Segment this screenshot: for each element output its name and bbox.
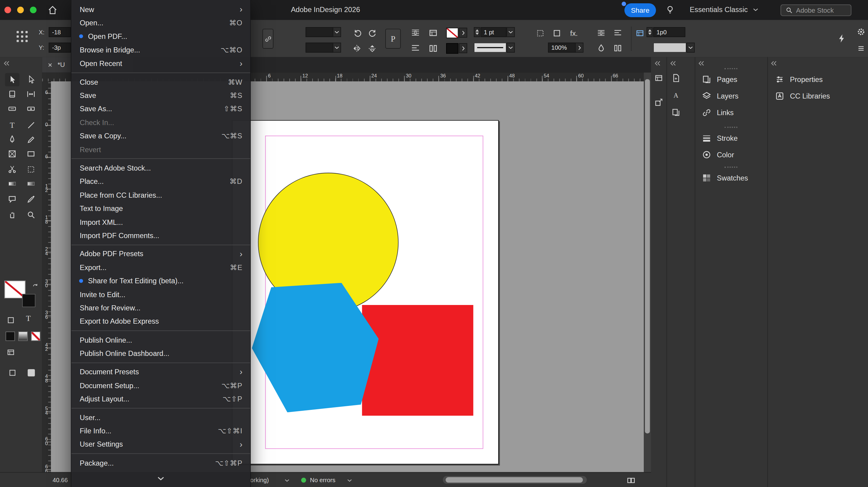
learn-bulb-icon[interactable] [665,5,675,14]
apply-color-button[interactable] [5,332,15,341]
page-tool[interactable] [5,87,20,101]
zoom-level[interactable]: 40.66 [53,477,68,483]
formatting-affects-text-icon[interactable]: T [26,314,31,323]
menu-item-export[interactable]: Export...⌘E [71,261,250,274]
x-position-field[interactable]: -18 [49,27,71,37]
columns-icon[interactable] [613,44,622,53]
scale-x-dropdown[interactable] [333,27,341,37]
menu-item-file-info[interactable]: File Info...⌥⇧⌘I [71,424,250,438]
content-placer-tool[interactable] [24,102,38,115]
preflight-dropdown-icon[interactable] [347,479,352,482]
screen-mode-preview-button[interactable] [24,366,38,379]
menu-item-publish-online-dashboard[interactable]: Publish Online Dashboard... [71,346,250,360]
menu-item-publish-online[interactable]: Publish Online... [71,333,250,347]
menu-item-user[interactable]: User... [71,411,250,424]
formatting-affects-container-icon[interactable] [7,316,15,325]
panel-item-swatches[interactable]: Swatches [702,170,765,185]
window-close-button[interactable] [4,7,11,13]
apply-gradient-button[interactable] [19,332,28,341]
collapse-dock-icon[interactable] [654,61,660,66]
rectangle-frame-tool[interactable] [5,147,20,161]
collapse-tools-icon[interactable] [3,61,9,66]
line-tool[interactable] [24,118,38,132]
align-icon[interactable] [411,44,420,53]
rotate-ccw-icon[interactable] [353,28,363,38]
menu-item-place[interactable]: Place...⌘D [71,175,250,188]
panel-item-cc-libraries[interactable]: CC Libraries [775,88,864,103]
menu-item-user-settings[interactable]: User Settings› [71,437,250,451]
scale-y-dropdown[interactable] [333,42,341,53]
stroke-weight-dropdown[interactable] [507,27,515,37]
vertical-scrollbar[interactable] [644,72,651,472]
panel-item-links[interactable]: Links [702,104,765,120]
share-button[interactable]: Share [624,3,656,17]
corner-dashed-icon[interactable] [536,29,545,38]
effects-button[interactable]: fx. [570,29,578,38]
collapsed-panel-widget[interactable] [652,71,665,85]
menu-item-open-pdf[interactable]: Open PDF... [71,30,250,43]
collapsed-panel-share[interactable] [652,96,665,109]
menu-item-close[interactable]: Close⌘W [71,75,250,89]
menu-item-save-a-copy[interactable]: Save a Copy...⌥⌘S [71,129,250,143]
distribute-icon[interactable] [429,44,438,53]
menu-item-place-from-cc-libraries[interactable]: Place from CC Libraries... [71,188,250,202]
zoom-tool[interactable] [24,208,38,221]
leading-field[interactable]: 1p0 [653,27,685,37]
settings-gear-icon[interactable] [857,28,865,36]
direct-selection-tool[interactable] [24,73,38,86]
apply-none-button[interactable] [31,332,40,341]
panel-menu-icon[interactable] [857,44,865,53]
swap-fill-stroke-icon[interactable] [32,282,39,289]
wrap-options-icon[interactable] [597,29,606,38]
panel-item-layers[interactable]: Layers [702,88,765,103]
panel-item-stroke[interactable]: Stroke [702,130,765,146]
text-wrap-icon[interactable] [411,28,420,38]
drop-shadow-icon[interactable] [597,44,606,53]
menu-item-document-setup[interactable]: Document Setup...⌥⌘P [71,379,250,392]
rotate-cw-icon[interactable] [368,28,377,38]
quick-actions-icon[interactable] [837,34,846,43]
menu-item-adobe-pdf-presets[interactable]: Adobe PDF Presets› [71,247,250,261]
adobe-stock-search[interactable]: Adobe Stock [781,4,851,16]
gradient-feather-tool[interactable] [24,177,38,190]
flip-horizontal-icon[interactable] [352,44,361,53]
scissors-tool[interactable] [5,163,20,176]
opacity-field[interactable]: 100% [548,42,576,53]
pencil-tool[interactable] [24,133,38,146]
applied-style-chip[interactable] [653,42,686,53]
menu-item-package[interactable]: Package...⌥⇧⌘P [71,456,250,470]
profile-dropdown-icon[interactable] [284,479,290,482]
view-options-icon[interactable] [7,348,15,357]
gradient-swatch-tool[interactable] [5,177,20,190]
menu-item-import-pdf-comments[interactable]: Import PDF Comments... [71,229,250,242]
fill-expand-button[interactable] [459,28,467,38]
horizontal-scrollbar-thumb[interactable] [446,477,583,483]
scale-x-field[interactable] [306,27,333,37]
constrain-proportions-button[interactable] [262,29,274,49]
leading-stepper[interactable] [647,27,652,37]
close-tab-icon[interactable] [48,62,53,67]
menu-item-new[interactable]: New› [71,3,250,16]
vertical-scrollbar-thumb[interactable] [645,79,650,433]
type-tool[interactable]: T [5,118,20,132]
opacity-dropdown[interactable] [575,42,584,53]
panel-item-pages[interactable]: Pages [702,71,765,87]
workspace-switcher[interactable]: Essentials Classic [690,5,758,14]
vertical-ruler[interactable]: 60612182430364248546066 [42,81,52,472]
menu-item-export-to-adobe-express[interactable]: Export to Adobe Express [71,315,250,328]
gap-tool[interactable] [24,87,38,101]
p-frame-button[interactable]: P [385,29,401,49]
window-zoom-button[interactable] [30,7,36,13]
collapsed-panel-new-doc[interactable] [670,71,683,85]
stroke-expand-button[interactable] [459,43,467,53]
collapse-dock-icon[interactable] [698,61,704,66]
stroke-style-dropdown[interactable] [507,42,515,53]
stroke-color-chip[interactable] [446,43,458,54]
reference-point-proxy[interactable] [17,31,28,42]
panel-item-properties[interactable]: Properties [775,71,864,87]
horizontal-scrollbar[interactable] [443,476,587,484]
menu-item-search-adobe-stock[interactable]: Search Adobe Stock... [71,161,250,175]
spread-view-icon[interactable] [627,476,635,485]
menu-item-invite-to-edit[interactable]: Invite to Edit... [71,288,250,301]
menu-item-open[interactable]: Open...⌘O [71,16,250,30]
